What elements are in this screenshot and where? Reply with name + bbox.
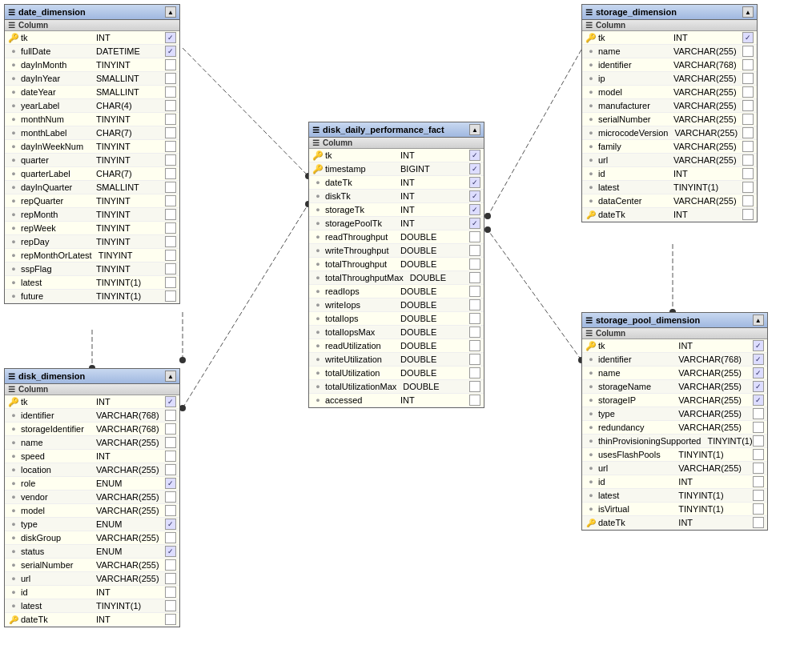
column-checkbox[interactable] xyxy=(753,422,764,433)
column-checkbox[interactable] xyxy=(742,86,754,98)
collapse-button[interactable]: ▲ xyxy=(165,6,176,18)
column-checkbox[interactable] xyxy=(469,163,480,174)
column-checkbox[interactable] xyxy=(753,381,764,392)
collapse-button[interactable]: ▲ xyxy=(753,314,764,326)
column-checkbox[interactable] xyxy=(469,299,480,310)
column-checkbox[interactable] xyxy=(165,410,176,421)
column-checkbox[interactable] xyxy=(165,236,176,247)
table-row: ●storagePoolTkINT xyxy=(309,217,484,230)
column-checkbox[interactable] xyxy=(742,100,754,111)
column-checkbox[interactable] xyxy=(469,326,480,338)
column-checkbox[interactable] xyxy=(469,395,480,406)
column-checkbox[interactable] xyxy=(165,290,176,302)
column-checkbox[interactable] xyxy=(742,127,754,138)
column-checkbox[interactable] xyxy=(165,573,176,584)
column-checkbox[interactable] xyxy=(165,559,176,571)
column-checkbox[interactable] xyxy=(469,286,480,297)
column-checkbox[interactable] xyxy=(753,503,764,515)
column-checkbox[interactable] xyxy=(742,114,754,125)
table-row: ●dayInYearSMALLINT xyxy=(5,72,179,86)
column-checkbox[interactable] xyxy=(165,277,176,288)
table-header-storage_dimension[interactable]: ☰storage_dimension▲ xyxy=(582,5,757,20)
column-checkbox[interactable] xyxy=(165,396,176,407)
column-checkbox[interactable] xyxy=(469,258,480,270)
column-checkbox[interactable] xyxy=(165,532,176,543)
column-checkbox[interactable] xyxy=(469,150,480,161)
column-checkbox[interactable] xyxy=(165,100,176,111)
column-checkbox[interactable] xyxy=(753,476,764,487)
column-checkbox[interactable] xyxy=(753,395,764,406)
column-icon: ● xyxy=(585,141,597,152)
column-checkbox[interactable] xyxy=(742,182,754,193)
column-checkbox[interactable] xyxy=(469,272,480,283)
column-checkbox[interactable] xyxy=(165,222,176,234)
column-checkbox[interactable] xyxy=(469,381,480,392)
column-checkbox[interactable] xyxy=(165,127,176,138)
column-checkbox[interactable] xyxy=(469,231,480,242)
column-type: TINYINT(1) xyxy=(672,450,752,459)
collapse-button[interactable]: ▲ xyxy=(165,371,176,382)
column-checkbox[interactable] xyxy=(165,478,176,489)
column-checkbox[interactable] xyxy=(469,204,480,215)
collapse-button[interactable]: ▲ xyxy=(469,124,480,135)
collapse-button[interactable]: ▲ xyxy=(742,6,754,18)
column-checkbox[interactable] xyxy=(165,423,176,435)
column-checkbox[interactable] xyxy=(165,46,176,57)
column-checkbox[interactable] xyxy=(165,505,176,516)
table-header-disk_daily_performance_fact[interactable]: ☰disk_daily_performance_fact▲ xyxy=(309,122,484,138)
column-checkbox[interactable] xyxy=(469,313,480,324)
column-checkbox[interactable] xyxy=(742,59,754,70)
table-header-storage_pool_dimension[interactable]: ☰storage_pool_dimension▲ xyxy=(582,313,767,328)
column-checkbox[interactable] xyxy=(165,209,176,220)
column-checkbox[interactable] xyxy=(165,154,176,166)
column-checkbox[interactable] xyxy=(753,340,764,351)
column-checkbox[interactable] xyxy=(742,168,754,179)
column-checkbox[interactable] xyxy=(165,263,176,274)
column-checkbox[interactable] xyxy=(165,114,176,125)
column-checkbox[interactable] xyxy=(753,408,764,419)
column-checkbox[interactable] xyxy=(742,32,754,43)
column-checkbox[interactable] xyxy=(165,195,176,206)
column-checkbox[interactable] xyxy=(742,46,754,57)
column-checkbox[interactable] xyxy=(165,600,176,611)
column-checkbox[interactable] xyxy=(165,73,176,84)
column-checkbox[interactable] xyxy=(165,464,176,475)
column-checkbox[interactable] xyxy=(165,168,176,179)
column-checkbox[interactable] xyxy=(165,546,176,557)
column-checkbox[interactable] xyxy=(469,218,480,229)
column-checkbox[interactable] xyxy=(742,195,754,206)
column-checkbox[interactable] xyxy=(165,86,176,98)
column-checkbox[interactable] xyxy=(165,59,176,70)
column-checkbox[interactable] xyxy=(753,435,764,447)
column-checkbox[interactable] xyxy=(753,449,764,460)
column-checkbox[interactable] xyxy=(165,437,176,448)
column-checkbox[interactable] xyxy=(165,250,176,261)
column-checkbox[interactable] xyxy=(165,141,176,152)
table-header-disk_dimension[interactable]: ☰disk_dimension▲ xyxy=(5,369,179,384)
column-checkbox[interactable] xyxy=(165,182,176,193)
column-checkbox[interactable] xyxy=(165,32,176,43)
column-checkbox[interactable] xyxy=(165,587,176,598)
column-checkbox[interactable] xyxy=(469,354,480,365)
column-checkbox[interactable] xyxy=(742,141,754,152)
column-checkbox[interactable] xyxy=(469,177,480,188)
column-checkbox[interactable] xyxy=(753,354,764,365)
column-checkbox[interactable] xyxy=(753,490,764,501)
column-checkbox[interactable] xyxy=(469,340,480,351)
column-checkbox[interactable] xyxy=(742,209,754,220)
column-checkbox[interactable] xyxy=(165,519,176,530)
column-checkbox[interactable] xyxy=(165,451,176,462)
column-checkbox[interactable] xyxy=(753,367,764,379)
table-header-date_dimension[interactable]: ☰date_dimension▲ xyxy=(5,5,179,20)
column-checkbox[interactable] xyxy=(742,73,754,84)
column-checkbox[interactable] xyxy=(753,463,764,474)
column-checkbox[interactable] xyxy=(165,491,176,503)
column-checkbox[interactable] xyxy=(742,154,754,166)
column-checkbox[interactable] xyxy=(165,614,176,625)
column-checkbox[interactable] xyxy=(469,190,480,202)
column-checkbox[interactable] xyxy=(469,367,480,379)
column-checkbox[interactable] xyxy=(469,245,480,256)
column-type: VARCHAR(255) xyxy=(672,382,752,391)
column-checkbox[interactable] xyxy=(753,517,764,528)
column-icon: ● xyxy=(312,258,324,270)
